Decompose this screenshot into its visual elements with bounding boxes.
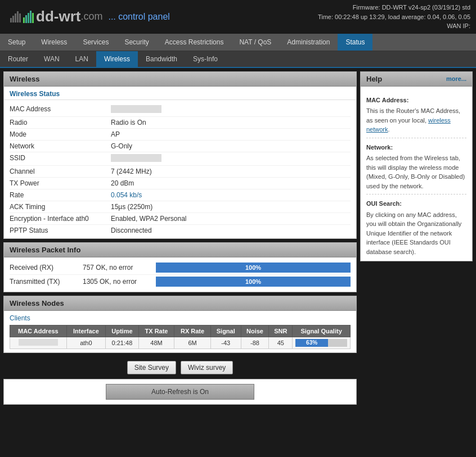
wireless-nodes-header: Wireless Nodes <box>4 296 356 311</box>
info-row-rate: Rate 0.054 kb/s <box>10 189 351 201</box>
info-row-channel: Channel 7 (2442 MHz) <box>10 166 351 178</box>
site-survey-button[interactable]: Site Survey <box>127 361 176 374</box>
th-tx-rate: TX Rate <box>138 325 174 337</box>
cell-tx-rate: 48M <box>138 337 174 349</box>
help-network-title: Network: <box>366 143 466 152</box>
network-value: G-Only <box>111 142 132 150</box>
nav-sub: Router WAN LAN Wireless Bandwidth Sys-In… <box>0 51 476 68</box>
logo-cp: ... control panel <box>108 12 169 22</box>
info-row-txpower: TX Power 20 dBm <box>10 178 351 189</box>
help-more-link[interactable]: more... <box>446 75 466 82</box>
nav-services[interactable]: Services <box>75 34 116 51</box>
txpower-value: 20 dBm <box>111 179 134 187</box>
rate-label: Rate <box>10 191 111 199</box>
rx-progress-container: 100% <box>156 263 351 273</box>
cell-interface: ath0 <box>66 337 105 349</box>
logo-green-bars-icon <box>23 11 34 23</box>
sub-nav-sysinfo[interactable]: Sys-Info <box>185 51 226 67</box>
cell-noise: -88 <box>241 337 269 349</box>
encryption-value: Enabled, WPA2 Personal <box>111 215 187 223</box>
help-content: MAC Address: This is the Router's MAC Ad… <box>361 87 472 261</box>
info-row-pptp: PPTP Status Disconnected <box>10 225 351 236</box>
nav-status[interactable]: Status <box>338 34 372 51</box>
help-mac-text: This is the Router's MAC Address, as see… <box>366 106 466 134</box>
wireless-status-table: MAC Address Radio Radio is On Mode AP Ne… <box>4 101 356 238</box>
mac-label: MAC Address <box>10 105 111 115</box>
help-oui-title: OUI Search: <box>366 199 466 209</box>
nav-access-restrictions[interactable]: Access Restrictions <box>157 34 232 51</box>
encryption-label: Encryption - Interface ath0 <box>10 215 111 223</box>
sub-nav-wireless[interactable]: Wireless <box>96 51 138 67</box>
ack-value: 15µs (2250m) <box>111 203 152 211</box>
survey-buttons: Site Survey Wiviz survey <box>3 356 357 379</box>
logo-bars-icon <box>10 11 21 22</box>
th-noise: Noise <box>241 325 269 337</box>
channel-label: Channel <box>10 168 111 175</box>
cell-signal: -43 <box>210 337 241 349</box>
help-oui-text: By clicking on any MAC address, you will… <box>366 210 466 257</box>
mode-value: AP <box>111 130 120 138</box>
logo-com: .com <box>80 11 102 22</box>
nav-administration[interactable]: Administration <box>279 34 338 51</box>
th-signal-quality: Signal Quality <box>293 325 351 337</box>
wiviz-survey-button[interactable]: Wiviz survey <box>181 361 233 374</box>
th-signal: Signal <box>210 325 241 337</box>
th-interface: Interface <box>66 325 105 337</box>
help-mac-title: MAC Address: <box>366 96 466 105</box>
radio-label: Radio <box>10 119 111 126</box>
nav-top: Setup Wireless Services Security Access … <box>0 34 476 51</box>
help-box: Help more... MAC Address: This is the Ro… <box>360 71 473 262</box>
cell-mac <box>10 337 67 349</box>
th-mac: MAC Address <box>10 325 67 337</box>
tx-progress-container: 100% <box>156 277 351 287</box>
info-row-ssid: SSID <box>10 152 351 166</box>
help-network-text: As selected from the Wireless tab, this … <box>366 153 466 191</box>
info-row-encryption: Encryption - Interface ath0 Enabled, WPA… <box>10 213 351 225</box>
sidebar: Help more... MAC Address: This is the Ro… <box>360 71 473 408</box>
ssid-value <box>111 154 161 164</box>
sub-nav-wan[interactable]: WAN <box>36 51 68 67</box>
pptp-value: Disconnected <box>111 227 152 234</box>
sub-nav-bandwidth[interactable]: Bandwidth <box>138 51 185 67</box>
signal-quality-bar: 63% <box>295 339 328 347</box>
mode-label: Mode <box>10 130 111 138</box>
nav-setup[interactable]: Setup <box>0 34 33 51</box>
rx-progress-bar: 100% <box>156 263 351 273</box>
nav-nat-qos[interactable]: NAT / QoS <box>231 34 279 51</box>
help-title: Help <box>366 75 382 83</box>
auto-refresh-button[interactable]: Auto-Refresh is On <box>106 384 254 400</box>
help-wireless-link[interactable]: wireless network <box>366 117 451 133</box>
logo: dd-wrt .com ... control panel <box>6 6 174 28</box>
nodes-table: MAC Address Interface Uptime TX Rate RX … <box>10 325 351 349</box>
signal-quality-empty <box>328 339 347 347</box>
packet-info-section: Wireless Packet Info Received (RX) 757 O… <box>3 242 357 292</box>
sub-nav-lan[interactable]: LAN <box>68 51 96 67</box>
table-row: ath0 0:21:48 48M 6M -43 -88 45 63% <box>10 337 351 349</box>
info-row-radio: Radio Radio is On <box>10 117 351 129</box>
ssid-value-box <box>111 154 161 162</box>
clients-title: Clients <box>10 314 351 322</box>
rx-label: Received (RX) <box>10 264 83 272</box>
clients-section: Clients MAC Address Interface Uptime TX … <box>4 311 356 352</box>
packet-info-content: Received (RX) 757 OK, no error 100% Tran… <box>4 257 356 292</box>
rate-value: 0.054 kb/s <box>111 191 142 199</box>
network-label: Network <box>10 142 111 150</box>
packet-info-header: Wireless Packet Info <box>4 243 356 257</box>
rx-value: 757 OK, no error <box>83 264 156 272</box>
radio-value: Radio is On <box>111 119 146 126</box>
info-row-mode: Mode AP <box>10 129 351 141</box>
txpower-label: TX Power <box>10 179 111 187</box>
nav-security[interactable]: Security <box>116 34 156 51</box>
content-area: Wireless Wireless Status MAC Address Rad… <box>3 71 357 408</box>
th-snr: SNR <box>269 325 293 337</box>
sub-nav-router[interactable]: Router <box>0 51 36 67</box>
tx-progress-bar: 100% <box>156 277 351 287</box>
nav-wireless[interactable]: Wireless <box>33 34 75 51</box>
auto-refresh-section: Auto-Refresh is On <box>3 379 357 405</box>
wireless-status-title: Wireless Status <box>4 87 356 100</box>
firmware-text: Firmware: DD-WRT v24-sp2 (03/19/12) std <box>318 3 470 12</box>
wireless-section: Wireless Wireless Status MAC Address Rad… <box>3 71 357 239</box>
th-rx-rate: RX Rate <box>174 325 211 337</box>
time-text: Time: 00:22:48 up 13:29, load average: 0… <box>318 12 470 22</box>
header-info: Firmware: DD-WRT v24-sp2 (03/19/12) std … <box>318 3 470 31</box>
